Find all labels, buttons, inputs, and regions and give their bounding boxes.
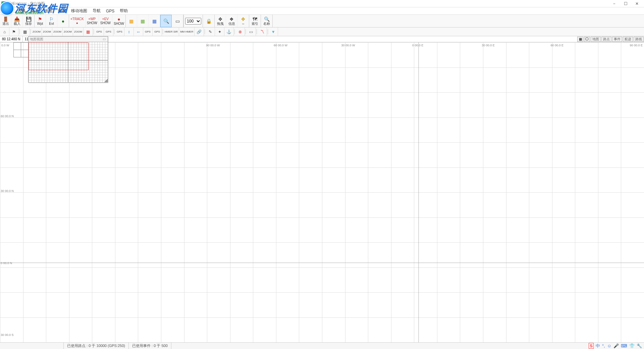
overview-close-icon[interactable]: ▭ [102, 37, 106, 41]
tool-flag[interactable]: ⚑ [9, 28, 19, 36]
zoom1[interactable]: ZOOM [32, 28, 42, 36]
lon-label: 0.0 W [1, 44, 9, 47]
gps5[interactable]: GPS [153, 28, 162, 36]
menu-gps[interactable]: GPS [103, 9, 117, 13]
tray-emoji-icon[interactable]: ☺ [607, 343, 611, 348]
zoom-lock[interactable]: ▦ [84, 28, 93, 36]
menu-map[interactable]: 地图 [42, 8, 55, 14]
overview-window[interactable]: 地图视图 ▭ [28, 36, 108, 83]
system-tray: S 中 °, ☺ 🎤 ⌨ 👕 🔧 [587, 343, 644, 349]
zoom2[interactable]: ZOOM [42, 28, 52, 36]
tab-route[interactable]: 路线 [634, 37, 644, 42]
exit-button[interactable]: 🚪退出 [0, 15, 11, 27]
tray-settings-icon[interactable]: 🔧 [637, 343, 642, 348]
t-cancel[interactable]: ⊗ [235, 28, 245, 36]
lat-label: 30 00.0 S [1, 333, 14, 337]
overview-viewport-rect[interactable] [29, 43, 89, 70]
tab-event[interactable]: 事件 [612, 37, 622, 42]
secondary-toolbar: ⌂ ⚑ ▦ ZOOM ZOOM ZOOM ZOOM ZOOM ▦ GPS GPS… [0, 28, 644, 36]
tab-waypoint[interactable]: 路点 [601, 37, 611, 42]
zoom4[interactable]: ZOOM [63, 28, 73, 36]
menu-movemap[interactable]: 移动地图 [68, 8, 90, 14]
t-chart[interactable]: ▭ [247, 28, 256, 36]
close-button[interactable]: ✕ [631, 0, 643, 7]
mm[interactable]: MM HMER [179, 28, 195, 36]
track-rec-button[interactable]: +TRACK● [69, 15, 86, 27]
view-thumb-icon[interactable]: ▦ [577, 37, 583, 42]
layer2-button[interactable]: ▦ [137, 15, 149, 27]
info-button[interactable]: ❖信息 [226, 15, 237, 27]
menu-select[interactable]: 选择 [15, 8, 28, 14]
zoom5[interactable]: ZOOM [73, 28, 84, 36]
minimize-button[interactable]: − [608, 0, 620, 7]
tab-track[interactable]: 航迹 [623, 37, 633, 42]
overview-titlebar[interactable]: 地图视图 ▭ [29, 37, 108, 42]
lon-label: 0 00.0 E [412, 44, 424, 47]
layer1-button[interactable]: ▦ [126, 15, 137, 27]
menu-nav[interactable]: 导航 [90, 8, 103, 14]
tray-ime-lang[interactable]: 中 [596, 343, 600, 349]
lon-label: 30 00.0 W [341, 44, 355, 47]
save-button[interactable]: 💾保存 [23, 15, 34, 27]
tab-map[interactable]: 地图 [591, 37, 601, 42]
zoom-tool-button[interactable]: 🔍 [160, 15, 172, 27]
map-canvas-area[interactable]: 0.0 W 90 00.0 W 60 00.0 W 30 00.0 W 0 00… [0, 42, 644, 342]
tool-home[interactable]: ⌂ [0, 28, 9, 36]
lon-label: 90 00.0 E [630, 44, 643, 47]
evt-button[interactable]: ⚐Evt [46, 15, 57, 27]
menu-view[interactable]: 查看 [28, 8, 42, 14]
zoom-dropdown[interactable]: 100 [185, 18, 201, 24]
lon-label: 90 00.0 W [206, 44, 220, 47]
layer3-button[interactable]: ▦ [149, 15, 160, 27]
zoom3[interactable]: ZOOM [52, 28, 63, 36]
lock-button[interactable]: 🔒 [203, 15, 214, 27]
gps1[interactable]: GPS [95, 28, 104, 36]
view-screen-icon[interactable]: 🖵 [584, 37, 590, 42]
name-button[interactable]: 🔍名称 [261, 15, 272, 27]
drag-button[interactable]: ✥拖曳 [215, 15, 226, 27]
gps2[interactable]: GPS [104, 28, 113, 36]
tray-punct-icon[interactable]: °, [602, 343, 605, 348]
menubar: 河东软件园 www.lyc0359.cn 文件 选择 查看 地图 选项 移动地图… [0, 7, 644, 15]
tray-keyboard-icon[interactable]: ⌨ [621, 343, 627, 348]
fit-button[interactable]: ▭ [172, 15, 183, 27]
tray-mic-icon[interactable]: 🎤 [613, 343, 619, 348]
show-button[interactable]: ●SHOW [112, 15, 125, 27]
index-button[interactable]: 🗺索引 [249, 15, 261, 27]
gps4[interactable]: GPS [143, 28, 153, 36]
status-blank [0, 343, 64, 349]
load-button[interactable]: 📥载入 [11, 15, 23, 27]
menu-file[interactable]: 文件 [1, 8, 15, 14]
gps-arr1[interactable]: ↕ [124, 28, 134, 36]
gps-arr2[interactable]: ↔ [134, 28, 143, 36]
window-title: OziExplorer - 空白地图 [7, 1, 45, 6]
tray-user-icon[interactable]: 👕 [629, 343, 635, 348]
ev-rec-button[interactable]: +EVSHOW [99, 15, 112, 27]
t-filter[interactable]: ▼ [269, 28, 278, 36]
zoom-select[interactable]: 100 [183, 15, 203, 27]
t-graph[interactable]: 〽 [258, 28, 267, 36]
app-icon [1, 1, 6, 6]
t-draw[interactable]: ✎ [206, 28, 215, 36]
menu-options[interactable]: 选项 [55, 8, 68, 14]
overview-body[interactable] [29, 42, 108, 82]
titlebar: OziExplorer - 空白地图 − ☐ ✕ [0, 0, 644, 7]
lat-label: 60 00.0 N [1, 114, 14, 118]
tray-sogou-icon[interactable]: S [589, 343, 594, 349]
t-point[interactable]: ✦ [215, 28, 224, 36]
coord-lat: 80 12.480 N [0, 36, 23, 42]
gps3[interactable]: GPS [115, 28, 124, 36]
marker-button[interactable]: ● [57, 15, 69, 27]
t-anchor[interactable]: ⚓ [224, 28, 234, 36]
wp-rec-button[interactable]: +WPSHOW [86, 15, 99, 27]
status-events: 已使用事件 : 0 于 500 [129, 343, 171, 349]
t-link[interactable]: 🔗 [195, 28, 204, 36]
menu-help[interactable]: 帮助 [117, 8, 130, 14]
pan-button[interactable]: ✥↔ [237, 15, 249, 27]
wpt-button[interactable]: ⚑Wpt [35, 15, 46, 27]
maximize-button[interactable]: ☐ [620, 0, 631, 7]
lat-label: 0 00.0 N [1, 261, 12, 265]
hmer[interactable]: HMER SIR [164, 28, 179, 36]
overview-resize-handle[interactable] [104, 79, 108, 82]
tool-grid[interactable]: ▦ [20, 28, 30, 36]
